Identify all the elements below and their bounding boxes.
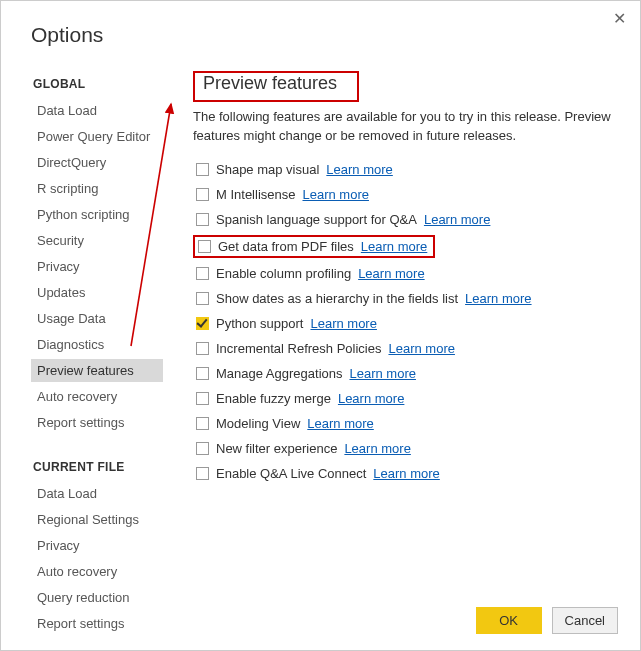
learn-more-link[interactable]: Learn more — [465, 291, 531, 306]
feature-row: Show dates as a hierarchy in the fields … — [193, 289, 618, 308]
feature-checkbox[interactable] — [196, 367, 209, 380]
sidebar-item[interactable]: Regional Settings — [31, 508, 163, 531]
learn-more-link[interactable]: Learn more — [307, 416, 373, 431]
feature-checkbox[interactable] — [196, 317, 209, 330]
sidebar-item[interactable]: Privacy — [31, 534, 163, 557]
sidebar-item[interactable]: Report settings — [31, 411, 163, 434]
learn-more-link[interactable]: Learn more — [344, 441, 410, 456]
feature-checkbox[interactable] — [196, 417, 209, 430]
sidebar-heading-global: GLOBAL — [33, 77, 163, 91]
section-description: The following features are available for… — [193, 108, 618, 146]
sidebar-heading-current: CURRENT FILE — [33, 460, 163, 474]
feature-label: Manage Aggregations — [216, 366, 342, 381]
learn-more-link[interactable]: Learn more — [361, 239, 427, 254]
sidebar-item[interactable]: Data Load — [31, 482, 163, 505]
feature-checkbox[interactable] — [196, 292, 209, 305]
learn-more-link[interactable]: Learn more — [424, 212, 490, 227]
sidebar-item[interactable]: Data Load — [31, 99, 163, 122]
feature-checkbox[interactable] — [196, 267, 209, 280]
sidebar-item[interactable]: Diagnostics — [31, 333, 163, 356]
learn-more-link[interactable]: Learn more — [358, 266, 424, 281]
feature-row: Enable column profilingLearn more — [193, 264, 618, 283]
options-dialog: ✕ Options GLOBAL Data LoadPower Query Ed… — [0, 0, 641, 651]
feature-label: New filter experience — [216, 441, 337, 456]
feature-checkbox[interactable] — [196, 392, 209, 405]
feature-row: Enable Q&A Live ConnectLearn more — [193, 464, 618, 483]
sidebar-item[interactable]: Security — [31, 229, 163, 252]
feature-label: Python support — [216, 316, 303, 331]
feature-checkbox[interactable] — [196, 163, 209, 176]
sidebar-item[interactable]: Auto recovery — [31, 385, 163, 408]
learn-more-link[interactable]: Learn more — [310, 316, 376, 331]
sidebar-item[interactable]: DirectQuery — [31, 151, 163, 174]
sidebar-item[interactable]: Usage Data — [31, 307, 163, 330]
feature-checkbox[interactable] — [196, 213, 209, 226]
sidebar: GLOBAL Data LoadPower Query EditorDirect… — [31, 71, 163, 638]
feature-row: Spanish language support for Q&ALearn mo… — [193, 210, 618, 229]
feature-row: Get data from PDF filesLearn more — [193, 235, 435, 258]
feature-label: Enable column profiling — [216, 266, 351, 281]
feature-row: Manage AggregationsLearn more — [193, 364, 618, 383]
sidebar-item[interactable]: Query reduction — [31, 586, 163, 609]
feature-label: Get data from PDF files — [218, 239, 354, 254]
learn-more-link[interactable]: Learn more — [302, 187, 368, 202]
sidebar-item[interactable]: Updates — [31, 281, 163, 304]
feature-label: Enable fuzzy merge — [216, 391, 331, 406]
feature-checkbox[interactable] — [196, 342, 209, 355]
sidebar-item[interactable]: Power Query Editor — [31, 125, 163, 148]
sidebar-item[interactable]: Python scripting — [31, 203, 163, 226]
feature-checkbox[interactable] — [198, 240, 211, 253]
learn-more-link[interactable]: Learn more — [338, 391, 404, 406]
feature-label: Modeling View — [216, 416, 300, 431]
feature-row: Modeling ViewLearn more — [193, 414, 618, 433]
learn-more-link[interactable]: Learn more — [326, 162, 392, 177]
main-panel: Preview features The following features … — [163, 71, 618, 638]
feature-row: Incremental Refresh PoliciesLearn more — [193, 339, 618, 358]
feature-checkbox[interactable] — [196, 467, 209, 480]
dialog-footer: OK Cancel — [476, 607, 618, 634]
close-icon[interactable]: ✕ — [609, 7, 630, 31]
ok-button[interactable]: OK — [476, 607, 542, 634]
learn-more-link[interactable]: Learn more — [388, 341, 454, 356]
feature-checkbox[interactable] — [196, 188, 209, 201]
feature-row: New filter experienceLearn more — [193, 439, 618, 458]
cancel-button[interactable]: Cancel — [552, 607, 618, 634]
feature-checkbox[interactable] — [196, 442, 209, 455]
dialog-title: Options — [1, 1, 640, 47]
feature-label: Incremental Refresh Policies — [216, 341, 381, 356]
sidebar-item[interactable]: Auto recovery — [31, 560, 163, 583]
sidebar-item[interactable]: R scripting — [31, 177, 163, 200]
feature-row: Enable fuzzy mergeLearn more — [193, 389, 618, 408]
section-heading: Preview features — [199, 73, 341, 96]
learn-more-link[interactable]: Learn more — [349, 366, 415, 381]
feature-label: Spanish language support for Q&A — [216, 212, 417, 227]
feature-row: M IntellisenseLearn more — [193, 185, 618, 204]
feature-label: Shape map visual — [216, 162, 319, 177]
feature-row: Shape map visualLearn more — [193, 160, 618, 179]
feature-label: Enable Q&A Live Connect — [216, 466, 366, 481]
sidebar-item[interactable]: Report settings — [31, 612, 163, 635]
feature-row: Python supportLearn more — [193, 314, 618, 333]
learn-more-link[interactable]: Learn more — [373, 466, 439, 481]
sidebar-item[interactable]: Privacy — [31, 255, 163, 278]
feature-label: M Intellisense — [216, 187, 295, 202]
sidebar-item[interactable]: Preview features — [31, 359, 163, 382]
feature-label: Show dates as a hierarchy in the fields … — [216, 291, 458, 306]
